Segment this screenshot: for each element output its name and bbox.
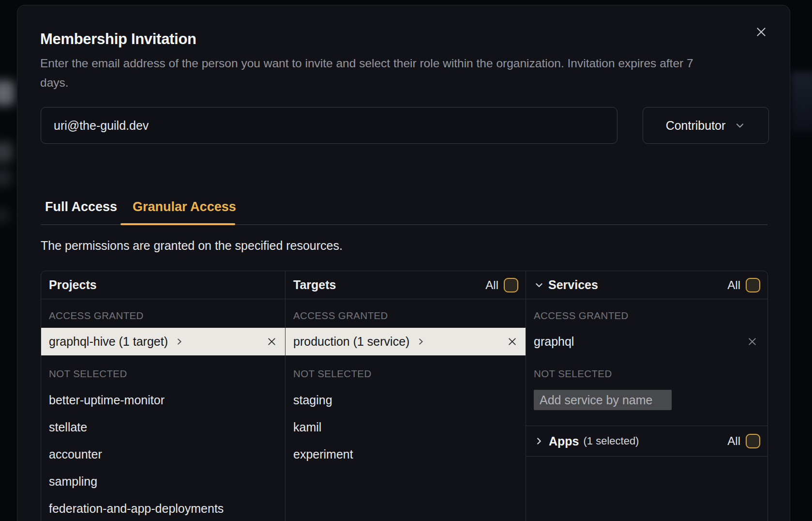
chevron-right-icon xyxy=(534,436,544,446)
background-artifact xyxy=(791,72,812,132)
list-item[interactable]: better-uptime-monitor xyxy=(41,386,285,414)
background-artifact xyxy=(0,208,10,223)
page-background: Membership Invitation Enter the email ad… xyxy=(0,0,812,521)
targets-column-title: Targets xyxy=(293,278,336,292)
remove-target-icon[interactable] xyxy=(507,336,518,347)
email-input[interactable] xyxy=(41,107,617,144)
chevron-right-icon xyxy=(416,337,425,346)
granted-service-row[interactable]: graphql xyxy=(526,328,767,355)
list-item[interactable]: sampling xyxy=(41,468,285,495)
not-selected-label: NOT SELECTED xyxy=(293,368,526,380)
granted-target-row[interactable]: production (1 service) xyxy=(286,328,526,355)
apps-selected-count: (1 selected) xyxy=(584,435,639,447)
apps-all-wrap: All xyxy=(727,434,760,448)
remove-project-icon[interactable] xyxy=(266,336,277,347)
role-select[interactable]: Contributor xyxy=(643,107,769,144)
services-all-checkbox[interactable] xyxy=(746,278,760,292)
chevron-down-icon xyxy=(534,280,544,291)
apps-all-checkbox[interactable] xyxy=(746,434,760,448)
tab-granular-access[interactable]: Granular Access xyxy=(133,199,236,215)
granted-project-label: graphql-hive (1 target) xyxy=(49,335,168,349)
role-select-value: Contributor xyxy=(666,119,726,133)
targets-column-header: Targets All xyxy=(286,271,526,299)
targets-all-label: All xyxy=(485,278,498,292)
close-icon[interactable] xyxy=(753,24,769,40)
targets-not-selected-list: staging kamil experiment xyxy=(286,386,526,468)
background-artifact xyxy=(0,80,15,106)
services-column-title: Services xyxy=(548,278,598,292)
add-service-input[interactable] xyxy=(534,390,672,410)
services-all-wrap: All xyxy=(727,278,760,292)
apps-group-row[interactable]: Apps (1 selected) All xyxy=(526,426,767,457)
targets-all-checkbox[interactable] xyxy=(504,278,518,292)
list-item[interactable]: stellate xyxy=(41,414,285,441)
list-item[interactable]: staging xyxy=(286,386,526,414)
targets-all-wrap: All xyxy=(485,278,518,292)
access-granted-label: ACCESS GRANTED xyxy=(49,310,285,322)
access-granted-label: ACCESS GRANTED xyxy=(534,310,767,322)
projects-not-selected-list: better-uptime-monitor stellate accounter… xyxy=(41,386,285,521)
services-column: Services All ACCESS GRANTED graphql NOT … xyxy=(526,271,767,521)
granted-target-label: production (1 service) xyxy=(293,335,409,349)
permissions-note: The permissions are granted on the speci… xyxy=(41,239,343,253)
projects-column-header: Projects xyxy=(41,271,285,299)
membership-invitation-dialog: Membership Invitation Enter the email ad… xyxy=(17,5,790,521)
active-tab-indicator xyxy=(120,223,235,225)
granted-project-row[interactable]: graphql-hive (1 target) xyxy=(41,328,285,355)
apps-all-label: All xyxy=(727,434,740,448)
chevron-right-icon xyxy=(175,337,184,346)
chevron-down-icon xyxy=(734,120,746,131)
background-artifact xyxy=(0,142,13,162)
list-item[interactable]: kamil xyxy=(286,414,526,441)
access-tabs: Full Access Granular Access xyxy=(45,199,236,215)
list-item[interactable]: accounter xyxy=(41,441,285,468)
dialog-description: Enter the email address of the person yo… xyxy=(40,54,723,92)
granted-service-label: graphql xyxy=(534,335,574,349)
access-granted-label: ACCESS GRANTED xyxy=(293,310,526,322)
background-artifact xyxy=(0,169,12,186)
projects-column-title: Projects xyxy=(49,278,97,292)
tab-full-access[interactable]: Full Access xyxy=(45,199,117,215)
dialog-title: Membership Invitation xyxy=(40,31,196,48)
projects-column: Projects ACCESS GRANTED graphql-hive (1 … xyxy=(41,271,285,521)
permissions-table: Projects ACCESS GRANTED graphql-hive (1 … xyxy=(41,271,768,521)
services-all-label: All xyxy=(727,278,740,292)
apps-group-title: Apps xyxy=(549,434,579,448)
remove-service-icon[interactable] xyxy=(747,336,758,347)
not-selected-label: NOT SELECTED xyxy=(534,368,767,380)
services-column-header[interactable]: Services All xyxy=(526,271,767,299)
list-item[interactable]: federation-and-app-deployments xyxy=(41,495,285,521)
not-selected-label: NOT SELECTED xyxy=(49,368,285,380)
list-item[interactable]: experiment xyxy=(286,441,526,468)
targets-column: Targets All ACCESS GRANTED production (1… xyxy=(285,271,526,521)
